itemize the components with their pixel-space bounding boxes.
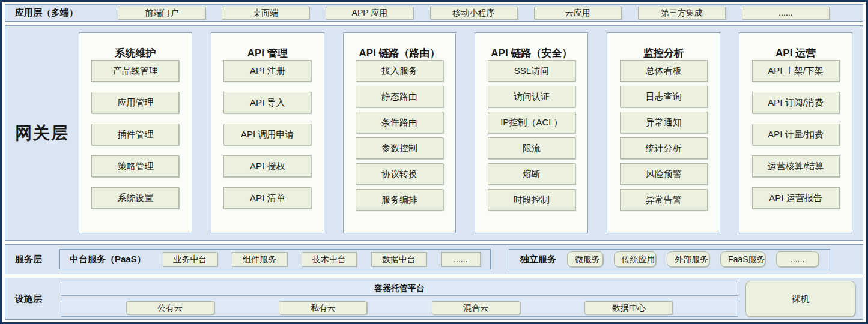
chip-conditional-routing: 条件路由 [356,112,443,133]
chip-microservice: 微服务 [567,251,603,267]
chip-ip-control-acl: IP控制（ACL） [488,112,575,133]
chip-independent-ellipsis: ...... [776,251,819,267]
service-layer: 服务层 中台服务（PaaS） 业务中台 组件服务 技术中台 数据中台 .....… [5,244,863,274]
chip-exception-notification: 异常通知 [620,112,708,133]
chip-private-cloud: 私有云 [279,301,367,314]
bare-metal-box: 裸机 [745,281,855,317]
chip-component-service: 组件服务 [232,252,287,266]
application-layer-items: 前端门户 桌面端 APP 应用 移动小程序 云应用 第三方集成 ...... [96,7,863,19]
infrastructure-layer-label: 设施层 [5,293,61,305]
app-item-ellipsis: ...... [742,7,830,19]
column-title: 系统维护 [115,46,156,60]
chip-public-cloud: 公有云 [126,301,214,314]
chip-exception-alert: 异常告警 [620,189,708,211]
chip-paas-ellipsis: ...... [441,252,481,266]
chip-api-subscribe-consume: API 订阅/消费 [752,92,840,113]
chip-api-authorization: API 授权 [223,155,311,177]
chip-system-settings: 系统设置 [91,187,179,209]
app-item-frontend-portal: 前端门户 [118,7,205,19]
chip-operation-accounting: 运营核算/结算 [752,155,840,177]
chip-overall-dashboard: 总体看板 [620,60,708,82]
chip-access-service: 接入服务 [356,60,443,82]
column-title: API 运营 [775,46,816,60]
chip-api-metering-billing: API 计量/扣费 [752,124,840,145]
chip-technology-middle-platform: 技术中台 [302,252,357,266]
cloud-options-bar: 公有云 私有云 混合云 数据中心 [61,299,738,317]
architecture-diagram: 应用层（多端） 前端门户 桌面端 APP 应用 移动小程序 云应用 第三方集成 … [0,0,868,324]
chip-time-period-control: 时段控制 [488,189,575,211]
app-item-mini-program: 移动小程序 [430,7,518,19]
chip-rate-limiting: 限流 [488,137,575,159]
gateway-column-api-link-security: API 链路（安全） SSL访问 访问认证 IP控制（ACL） 限流 熔断 时段… [475,32,588,233]
chip-log-query: 日志查询 [620,86,708,107]
chip-api-register: API 注册 [223,60,311,82]
gateway-layer: 网关层 系统维护 产品线管理 应用管理 插件管理 策略管理 系统设置 API 管… [5,25,863,241]
chip-app-mgmt: 应用管理 [91,92,179,113]
chip-access-authentication: 访问认证 [488,86,575,107]
chip-api-list: API 清单 [223,187,311,209]
chip-service-orchestration: 服务编排 [356,189,443,211]
chip-api-publish-unpublish: API 上架/下架 [752,60,840,82]
service-layer-label: 服务层 [5,254,59,265]
chip-api-import: API 导入 [223,92,311,113]
chip-plugin-mgmt: 插件管理 [91,124,179,145]
app-item-mobile-app: APP 应用 [326,7,413,19]
chip-api-operation-report: API 运营报告 [752,187,840,209]
chip-static-routing: 静态路由 [356,86,443,107]
gateway-column-api-link-routing: API 链路（路由） 接入服务 静态路由 条件路由 参数控制 协议转换 服务编排 [343,32,457,233]
chip-ssl-access: SSL访问 [488,60,575,82]
chip-risk-warning: 风险预警 [620,163,708,185]
app-item-third-party: 第三方集成 [638,7,726,19]
gateway-column-monitoring-analysis: 监控分析 总体看板 日志查询 异常通知 统计分析 风险预警 异常告警 [607,32,720,233]
container-hosting-platform-bar: 容器托管平台 [61,281,738,296]
chip-legacy-application: 传统应用 [614,251,657,267]
container-platform-stack: 容器托管平台 公有云 私有云 混合云 数据中心 [61,281,738,317]
chip-policy-mgmt: 策略管理 [91,155,179,177]
chip-product-line-mgmt: 产品线管理 [91,60,179,82]
chip-data-middle-platform: 数据中台 [371,252,426,266]
gateway-layer-label: 网关层 [5,26,79,240]
paas-service-group: 中台服务（PaaS） 业务中台 组件服务 技术中台 数据中台 ...... [59,249,491,269]
chip-circuit-breaker: 熔断 [488,163,575,185]
app-item-cloud-app: 云应用 [534,7,622,19]
chip-business-middle-platform: 业务中台 [163,252,218,266]
column-title: API 链路（路由） [359,46,440,60]
application-layer-label: 应用层（多端） [5,7,96,19]
independent-service-group: 独立服务 微服务 传统应用 外部服务 FaaS服务 ...... [509,249,830,269]
app-item-desktop: 桌面端 [222,7,309,19]
chip-statistical-analysis: 统计分析 [620,137,708,159]
application-layer: 应用层（多端） 前端门户 桌面端 APP 应用 移动小程序 云应用 第三方集成 … [5,4,863,22]
chip-protocol-conversion: 协议转换 [356,163,443,185]
column-title: API 链路（安全） [491,46,572,60]
chip-hybrid-cloud: 混合云 [432,301,520,314]
independent-group-title: 独立服务 [520,254,556,265]
chip-external-service: 外部服务 [667,251,709,267]
column-title: API 管理 [247,46,288,60]
chip-data-center: 数据中心 [584,301,673,314]
chip-parameter-control: 参数控制 [356,137,443,159]
column-title: 监控分析 [643,46,684,60]
gateway-columns: 系统维护 产品线管理 应用管理 插件管理 策略管理 系统设置 API 管理 AP… [79,26,863,240]
gateway-column-api-operations: API 运营 API 上架/下架 API 订阅/消费 API 计量/扣费 运营核… [739,32,852,233]
gateway-column-api-management: API 管理 API 注册 API 导入 API 调用申请 API 授权 API… [211,32,324,233]
paas-group-title: 中台服务（PaaS） [70,254,146,265]
chip-faas-service: FaaS服务 [720,251,765,267]
chip-api-call-request: API 调用申请 [223,124,311,145]
infrastructure-layer: 设施层 容器托管平台 公有云 私有云 混合云 数据中心 裸机 [5,278,863,320]
gateway-column-system-maintenance: 系统维护 产品线管理 应用管理 插件管理 策略管理 系统设置 [79,32,192,233]
